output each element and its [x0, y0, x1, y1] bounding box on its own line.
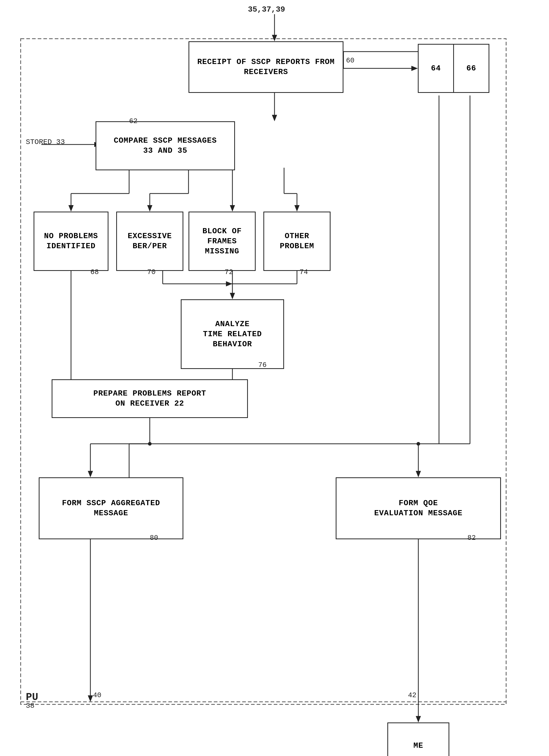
svg-marker-59 — [88, 695, 93, 702]
svg-marker-1 — [272, 35, 277, 41]
svg-marker-50 — [416, 471, 421, 477]
node-78: PREPARE PROBLEMS REPORTON RECEIVER 22 — [52, 379, 248, 418]
pu-label: PU — [26, 691, 38, 703]
node-76: ANALYZETIME RELATEDBEHAVIOR — [181, 299, 284, 369]
ref-62: 62 — [129, 117, 137, 125]
ref-70: 70 — [147, 268, 155, 276]
ref-60: 60 — [346, 57, 354, 65]
node-me: ME — [387, 722, 449, 756]
node-72: BLOCK OFFRAMESMISSING — [188, 212, 255, 271]
svg-marker-46 — [88, 471, 93, 477]
ref-72: 72 — [225, 268, 233, 276]
input-label: 35,37,39 — [248, 5, 285, 14]
node-74: OTHERPROBLEM — [263, 212, 331, 271]
ref-76: 76 — [258, 361, 266, 369]
svg-marker-28 — [226, 281, 232, 286]
node-60: RECEIPT OF SSCP REPORTS FROM RECEIVERS — [188, 41, 344, 93]
ref-80: 80 — [150, 534, 158, 542]
ref-68: 68 — [90, 268, 99, 276]
svg-marker-19 — [147, 205, 152, 212]
svg-marker-3 — [272, 115, 277, 121]
node-62: COMPARE SSCP MESSAGES33 AND 35 — [95, 121, 235, 170]
stored-33-label: STORED 33 — [26, 138, 65, 146]
svg-marker-5 — [411, 66, 418, 71]
ref-74: 74 — [300, 268, 308, 276]
node-70: EXCESSIVEBER/PER — [116, 212, 183, 271]
flowchart-svg — [0, 0, 549, 756]
node-64: 64 — [418, 44, 454, 93]
svg-marker-33 — [230, 293, 235, 299]
svg-marker-25 — [295, 205, 300, 212]
svg-marker-21 — [230, 205, 235, 212]
ref-42: 42 — [408, 691, 416, 699]
ref-82: 82 — [467, 534, 476, 542]
node-80: FORM SSCP AGGREGATEDMESSAGE — [39, 477, 183, 539]
pu-border — [21, 39, 506, 704]
node-82: FORM QOEEVALUATION MESSAGE — [336, 477, 501, 539]
node-68: NO PROBLEMSIDENTIFIED — [34, 212, 108, 271]
node-66: 66 — [453, 44, 489, 93]
ref-38: 38 — [26, 702, 35, 710]
svg-marker-15 — [68, 205, 74, 212]
ref-40: 40 — [93, 691, 101, 699]
diagram: 35,37,39 RECEIPT OF SSCP REPORTS FROM RE… — [0, 0, 549, 756]
svg-marker-62 — [416, 716, 421, 722]
